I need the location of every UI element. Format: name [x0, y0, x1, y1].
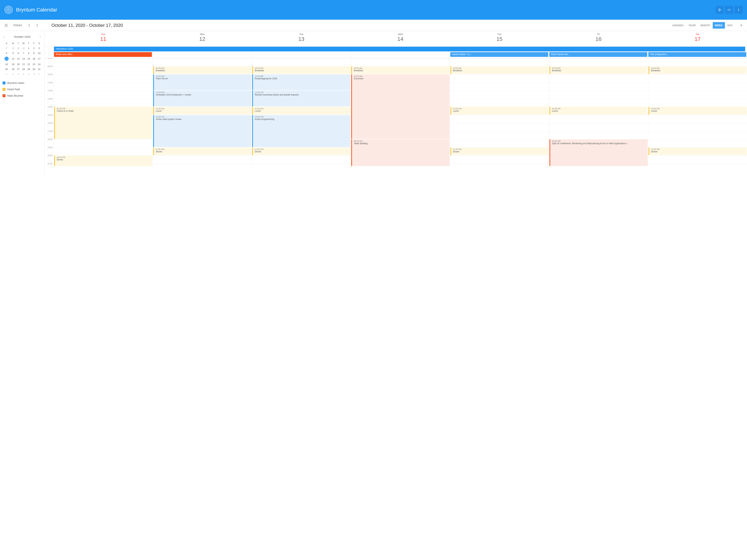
calendar-event[interactable]: 02:00 PMCheck-In in Hotel	[54, 107, 152, 139]
day-column[interactable]: 09:00 AMBreakfast02:00 PMLunch07:00 PMDi…	[450, 58, 549, 166]
mini-cal-prev-icon[interactable]: ‹	[3, 34, 6, 39]
calendar-event[interactable]: 09:00 AMBreakfast	[648, 66, 747, 74]
mini-cal-day[interactable]: 7	[21, 51, 26, 56]
calendar-event[interactable]: 07:00 PMDinner	[252, 148, 350, 155]
view-agenda[interactable]: AGENDA	[670, 22, 686, 29]
mini-cal-day[interactable]: 1	[26, 46, 31, 51]
mini-cal-day[interactable]: 5	[26, 72, 31, 77]
calendar-event[interactable]: 08:00 PMDinner	[54, 156, 152, 166]
calendar-event[interactable]: 07:00 PMDinner	[648, 148, 747, 155]
day-column[interactable]: 02:00 PMCheck-In in Hotel08:00 PMDinner	[54, 58, 153, 166]
legend-item[interactable]: ✓Mats Bryntse	[3, 94, 42, 97]
mini-cal-day[interactable]: 14	[21, 56, 26, 62]
legend-item[interactable]: ✓Hotel Park	[3, 88, 42, 91]
next-icon[interactable]	[34, 22, 41, 29]
calendar-event[interactable]: 06:00 PMTeam Building	[351, 139, 449, 166]
calendar-event[interactable]: 09:00 AMBreakfast	[450, 66, 548, 74]
mini-cal-day[interactable]: 21	[21, 62, 26, 67]
allday-event[interactable]: Relax and offici…	[54, 52, 152, 57]
mini-cal-day[interactable]: 29	[16, 46, 21, 51]
day-header[interactable]: Fri16	[549, 31, 648, 46]
checkbox-icon[interactable]: ✓	[3, 81, 5, 84]
mini-cal-day[interactable]: 5	[10, 51, 16, 56]
view-day[interactable]: DAY	[725, 22, 735, 29]
day-column[interactable]: 09:00 AMBreakfast02:00 PMLunch07:00 PMDi…	[648, 58, 747, 166]
mini-cal-day[interactable]: 4	[3, 51, 10, 56]
mini-cal-day[interactable]: 6	[31, 72, 37, 77]
mini-cal-day[interactable]: 2	[10, 72, 16, 77]
mini-cal-day[interactable]: 16	[31, 56, 37, 62]
mini-cal-day[interactable]: 13	[16, 56, 21, 62]
mini-cal-day[interactable]: 3	[16, 72, 21, 77]
mini-cal-day[interactable]: 19	[10, 62, 16, 67]
mini-cal-day[interactable]: 1	[3, 72, 10, 77]
view-month[interactable]: MONTH	[698, 22, 712, 29]
checkbox-icon[interactable]: ✓	[3, 88, 5, 91]
view-year[interactable]: YEAR	[686, 22, 698, 29]
mini-cal-day[interactable]: 27	[3, 46, 10, 51]
mini-cal-day[interactable]: 4	[21, 72, 26, 77]
mini-cal-day[interactable]: 11	[3, 56, 10, 62]
calendar-event[interactable]: 02:00 PMLunch	[153, 107, 251, 115]
calendar-event[interactable]: 03:00 PMActive programming	[252, 115, 350, 147]
mini-cal-day[interactable]: 22	[26, 62, 31, 67]
prev-icon[interactable]	[26, 22, 32, 29]
mini-cal-day[interactable]: 15	[26, 56, 31, 62]
calendar-event[interactable]: 10:00 AMExcursion	[351, 74, 449, 139]
calendar-event[interactable]: 02:00 PMLunch	[450, 107, 548, 115]
mini-cal-day[interactable]: 30	[31, 67, 37, 72]
calendar-event[interactable]: 12:00 PMReview Assembla tickets and deci…	[252, 90, 350, 106]
calendar-event[interactable]: 07:00 PMDinner	[153, 148, 251, 155]
calendar-event[interactable]: 02:00 PMLunch	[549, 107, 648, 115]
time-grid[interactable]: 08:0009:0010:0011:0012:0013:0014:0015:00…	[45, 58, 747, 166]
mini-cal-day[interactable]: 12	[10, 56, 16, 62]
day-header[interactable]: Thu15	[450, 31, 549, 46]
move-icon[interactable]	[716, 6, 724, 14]
calendar-event[interactable]: 09:00 AMBreakfast	[153, 66, 251, 74]
day-column[interactable]: 09:00 AMBreakfast10:00 AMTeam Scrum12:00…	[153, 58, 252, 166]
mini-cal-day[interactable]: 27	[16, 67, 21, 72]
gear-icon[interactable]	[738, 22, 744, 29]
day-column[interactable]: 09:00 AMBreakfast02:00 PMLunch06:00 PMSp…	[549, 58, 648, 166]
checkbox-icon[interactable]: ✓	[3, 94, 5, 97]
today-button[interactable]: TODAY	[11, 24, 24, 27]
calendar-event[interactable]: 02:00 PMLunch	[648, 107, 747, 115]
calendar-event[interactable]: 07:00 PMDinner	[450, 148, 548, 155]
mini-cal-day[interactable]: 10	[36, 51, 42, 56]
mini-calendar[interactable]: SMTWTFS 27282930123456789101112131415161…	[3, 41, 42, 77]
mini-cal-day[interactable]: 7	[36, 72, 42, 77]
view-week[interactable]: WEEK	[713, 22, 725, 29]
mini-cal-day[interactable]: 2	[31, 46, 37, 51]
day-header[interactable]: Sat17	[648, 31, 747, 46]
day-header[interactable]: Tue13	[252, 31, 351, 46]
mini-cal-day[interactable]: 29	[26, 67, 31, 72]
calendar-event[interactable]: 10:00 AMRoadmapping for 2020	[252, 74, 350, 90]
calendar-event[interactable]: 03:00 PMActive client project review	[153, 115, 251, 147]
mini-cal-day[interactable]: 30	[21, 46, 26, 51]
mini-cal-day[interactable]: 31	[36, 67, 42, 72]
allday-event[interactable]: Hackathon 2020	[54, 47, 745, 51]
mini-cal-day[interactable]: 17	[36, 56, 42, 62]
code-icon[interactable]	[725, 6, 733, 14]
calendar-event[interactable]: 09:00 AMBreakfast	[549, 66, 648, 74]
allday-event[interactable]: Pair programmi…	[648, 52, 746, 57]
calendar-event[interactable]: 02:00 PMLunch	[252, 107, 350, 115]
legend-item[interactable]: ✓Bryntum team	[3, 81, 42, 84]
mini-cal-day[interactable]: 8	[26, 51, 31, 56]
mini-cal-day[interactable]: 26	[10, 67, 16, 72]
day-header[interactable]: Wed14	[351, 31, 450, 46]
mini-cal-day[interactable]: 9	[31, 51, 37, 56]
info-icon[interactable]	[735, 6, 743, 14]
calendar-event[interactable]: 12:00 PMScheduler Grid introduction + re…	[153, 90, 251, 106]
mini-cal-day[interactable]: 24	[36, 62, 42, 67]
mini-cal-day[interactable]: 6	[16, 51, 21, 56]
mini-cal-day[interactable]: 20	[16, 62, 21, 67]
mini-cal-day[interactable]: 28	[10, 46, 16, 51]
calendar-event[interactable]: 06:00 PMSplit.JS conference: Monitoring …	[549, 139, 648, 166]
mini-cal-day[interactable]: 3	[36, 46, 42, 51]
allday-event[interactable]: Gantt review + d…	[450, 52, 548, 57]
mini-cal-day[interactable]: 28	[21, 67, 26, 72]
mini-cal-day[interactable]: 18	[3, 62, 10, 67]
calendar-event[interactable]: 09:00 AMBreakfast	[351, 66, 449, 74]
day-column[interactable]: 09:00 AMBreakfast10:00 AMExcursion06:00 …	[351, 58, 450, 166]
